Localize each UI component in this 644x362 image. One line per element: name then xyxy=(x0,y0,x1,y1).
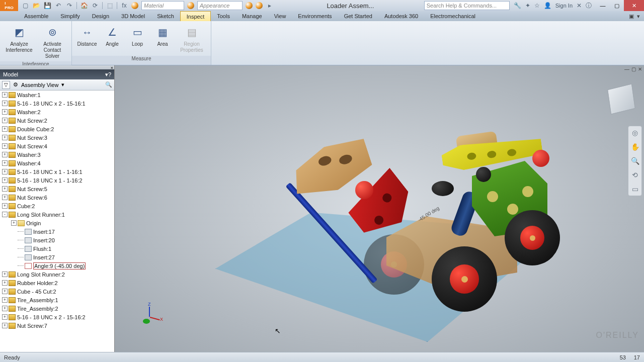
expand-toggle[interactable]: + xyxy=(2,135,8,140)
expand-toggle[interactable]: + xyxy=(2,323,8,328)
menu-tab-3d-model[interactable]: 3D Model xyxy=(115,11,151,21)
menu-tab-design[interactable]: Design xyxy=(86,11,115,21)
vp-restore-icon[interactable]: ▢ xyxy=(631,66,636,72)
star-outline-icon[interactable]: ☆ xyxy=(534,2,540,9)
save-icon[interactable]: 💾 xyxy=(43,2,51,10)
black-cap[interactable] xyxy=(432,181,454,196)
open-icon[interactable]: 📂 xyxy=(32,2,40,10)
tree-node[interactable]: -Long Slot Runner:1 xyxy=(0,210,114,219)
tree-node[interactable]: Angle:9 (-45.00 deg) xyxy=(0,261,114,270)
tree-node[interactable]: +Tire_Assembly:2 xyxy=(0,304,114,313)
view-mode-label[interactable]: Assembly View xyxy=(21,82,58,88)
pan-icon[interactable]: ✋ xyxy=(630,142,639,151)
viewport[interactable]: — ▢ ✕ ◎ ✋ 🔍 ⟲ ▭ xyxy=(115,65,644,352)
menu-tab-electromechanical[interactable]: Electromechanical xyxy=(424,11,481,21)
red-knob-rear[interactable] xyxy=(532,150,549,167)
expand-toggle[interactable]: + xyxy=(2,152,8,157)
expand-toggle[interactable]: + xyxy=(2,272,8,277)
expand-toggle[interactable]: - xyxy=(2,212,8,217)
undo-icon[interactable]: ↶ xyxy=(54,2,62,10)
lookat-icon[interactable]: ▭ xyxy=(630,185,639,194)
material-sphere-icon[interactable] xyxy=(131,2,138,9)
expand-toggle[interactable]: + xyxy=(2,160,8,166)
menu-tab-simplify[interactable]: Simplify xyxy=(54,11,86,21)
camera-icon[interactable]: ▣ xyxy=(629,13,634,20)
browser-header[interactable]: Model▾ ? xyxy=(0,69,114,79)
loop-button[interactable]: ▭Loop xyxy=(125,23,149,47)
angle-button[interactable]: ∠Angle xyxy=(100,23,124,47)
more-icon[interactable]: ▸ xyxy=(266,2,274,10)
tree-node[interactable]: +Cube:2 xyxy=(0,202,114,210)
new-icon[interactable]: ▢ xyxy=(21,2,29,10)
search-tree-icon[interactable]: 🔍 xyxy=(105,81,112,88)
menu-tab-assemble[interactable]: Assemble xyxy=(18,11,54,21)
tree-node[interactable]: +Long Slot Runner:2 xyxy=(0,270,114,279)
expand-toggle[interactable]: + xyxy=(2,126,8,132)
help-small-icon[interactable]: ? xyxy=(108,71,111,77)
expand-toggle[interactable]: + xyxy=(2,143,8,149)
expand-toggle[interactable]: + xyxy=(2,109,8,115)
expand-toggle[interactable]: + xyxy=(2,289,8,294)
view-cube[interactable] xyxy=(607,83,635,115)
maximize-button[interactable]: ▢ xyxy=(610,0,624,11)
tree-node[interactable]: +Double Cube:2 xyxy=(0,125,114,133)
param-icon[interactable]: fx xyxy=(120,2,128,10)
tree-node[interactable]: +Cube - 45 Cut:2 xyxy=(0,287,114,296)
menu-tab-sketch[interactable]: Sketch xyxy=(151,11,180,21)
expand-toggle[interactable]: + xyxy=(2,314,8,320)
tree-node[interactable]: +5-16 - 18 UNC x 2 - 15-16:2 xyxy=(0,313,114,321)
search-input[interactable]: Search Help & Commands... xyxy=(424,1,510,10)
tree-node[interactable]: +5-16 - 18 UNC x 2 - 15-16:1 xyxy=(0,99,114,108)
color-sphere-icon[interactable] xyxy=(246,2,253,9)
close-button[interactable]: ✕ xyxy=(624,0,644,11)
red-knob-front[interactable] xyxy=(355,181,373,199)
tree-node[interactable]: +Washer:4 xyxy=(0,159,114,167)
activate-button[interactable]: ⊚ActivateContact Solver xyxy=(36,23,68,59)
tree-node[interactable]: +Washer:2 xyxy=(0,108,114,116)
menu-more-icon[interactable]: ▾ xyxy=(637,13,640,20)
star-icon[interactable]: ✦ xyxy=(525,2,530,9)
tree-node[interactable]: +5-16 - 18 UNC x 1 - 1-16:1 xyxy=(0,167,114,176)
expand-toggle[interactable]: + xyxy=(11,220,17,226)
tree-node[interactable]: +Washer:1 xyxy=(0,90,114,99)
filter-icon[interactable]: ▽ xyxy=(2,81,10,89)
analyze-button[interactable]: ◩AnalyzeInterference xyxy=(3,23,35,53)
menu-tab-tools[interactable]: Tools xyxy=(211,11,236,21)
tree-node[interactable]: +Nut Screw:4 xyxy=(0,142,114,150)
expand-toggle[interactable]: + xyxy=(2,92,8,98)
tree-node[interactable]: Insert:20 xyxy=(0,236,114,244)
menu-tab-inspect[interactable]: Inspect xyxy=(180,11,211,21)
tree-node[interactable]: +Origin xyxy=(0,219,114,227)
view-mode-dropdown-icon[interactable]: ▾ xyxy=(61,81,64,88)
tree-node[interactable]: +Washer:3 xyxy=(0,150,114,159)
menu-tab-view[interactable]: View xyxy=(268,11,292,21)
user-icon[interactable]: 👤 xyxy=(544,2,551,9)
menu-tab-environments[interactable]: Environments xyxy=(292,11,338,21)
expand-toggle[interactable]: + xyxy=(2,186,8,192)
black-cap-2[interactable] xyxy=(476,167,491,182)
help-icon[interactable]: ⓘ xyxy=(586,2,592,10)
menu-tab-autodesk-360[interactable]: Autodesk 360 xyxy=(378,11,424,21)
refresh-icon[interactable]: ⟳ xyxy=(91,2,99,10)
steering-wheel-icon[interactable]: ◎ xyxy=(630,128,639,137)
model-tree[interactable]: +Washer:1+5-16 - 18 UNC x 2 - 15-16:1+Wa… xyxy=(0,90,114,352)
vp-close-icon[interactable]: ✕ xyxy=(638,66,642,72)
tree-node[interactable]: +Rubber Holder:2 xyxy=(0,279,114,287)
expand-toggle[interactable]: + xyxy=(2,203,8,209)
signin-link[interactable]: Sign In xyxy=(555,3,573,9)
tree-node[interactable]: Insert:27 xyxy=(0,253,114,261)
tree-node[interactable]: +5-16 - 18 UNC x 1 - 1-16:2 xyxy=(0,176,114,185)
exchange-icon[interactable]: ✕ xyxy=(577,2,582,9)
menu-tab-get-started[interactable]: Get Started xyxy=(338,11,378,21)
tree-node[interactable]: +Nut Screw:6 xyxy=(0,193,114,202)
expand-toggle[interactable]: + xyxy=(2,169,8,174)
tree-node[interactable]: +Nut Screw:7 xyxy=(0,321,114,330)
orbit-icon[interactable]: ⟲ xyxy=(630,170,639,179)
zoom-icon[interactable]: 🔍 xyxy=(630,156,639,165)
expand-toggle[interactable]: + xyxy=(2,177,8,183)
select-icon[interactable]: ⬚ xyxy=(106,2,114,10)
area-button[interactable]: ▦Area xyxy=(150,23,175,47)
wheel-front-near[interactable] xyxy=(432,246,497,312)
redo-icon[interactable]: ↷ xyxy=(65,2,73,10)
vp-minimize-icon[interactable]: — xyxy=(624,66,629,72)
